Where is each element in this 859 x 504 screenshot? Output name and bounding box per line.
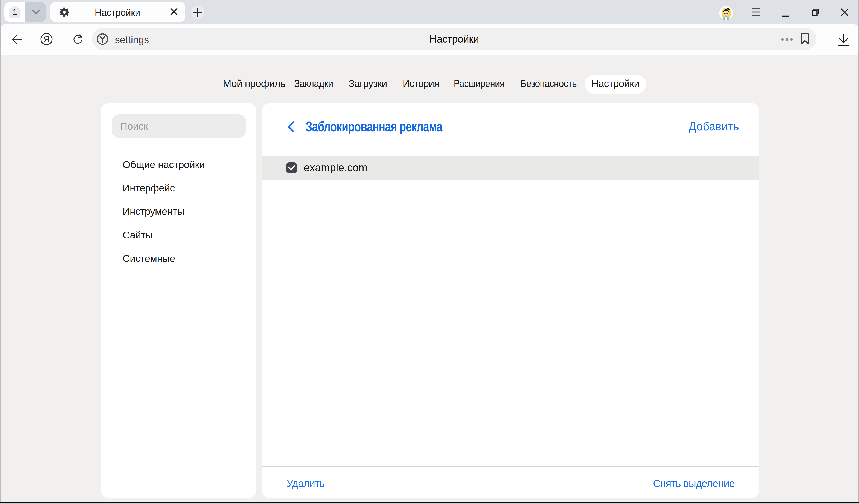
svg-text:Я: Я bbox=[44, 35, 49, 44]
svg-text:1: 1 bbox=[13, 7, 17, 17]
